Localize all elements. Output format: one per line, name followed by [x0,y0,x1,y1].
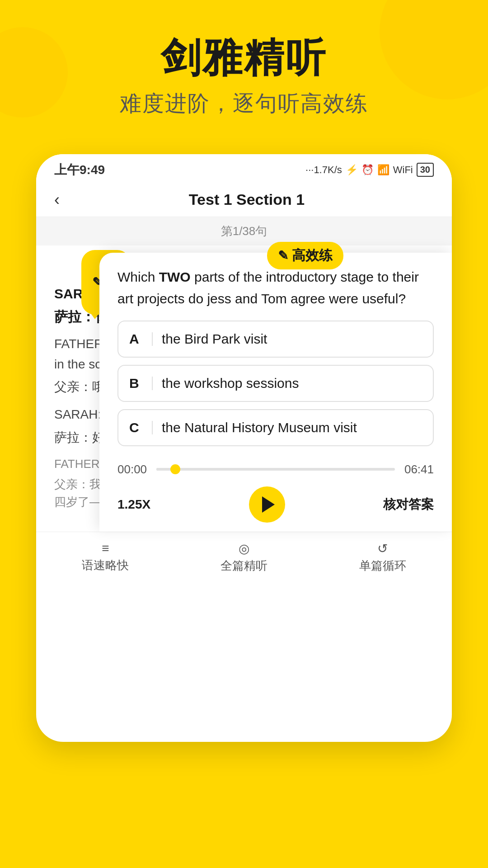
tag-gaoxiaolian: 高效练 [267,242,343,269]
time-start: 00:00 [117,462,149,476]
play-icon [262,496,275,513]
option-a-letter: A [129,331,143,347]
phone-mockup: 上午9:49 ···1.7K/s ⚡ ⏰ 📶 WiFi 30 ‹ Test 1 … [36,154,452,742]
speed-nav-label: 语速略快 [82,557,129,573]
option-a-divider [152,332,153,346]
bottom-nav-speed[interactable]: ≡ 语速略快 [82,541,129,574]
loop-nav-label: 单篇循环 [359,558,406,574]
quiz-overlay: 高效练 Which TWO parts of the introductory … [99,253,452,532]
option-b-letter: B [129,376,143,391]
option-c-text: the Natural History Museum visit [162,420,357,435]
answer-option-a[interactable]: A the Bird Park visit [117,321,434,358]
sentence-counter: 第1/38句 [36,217,452,245]
status-bar: 上午9:49 ···1.7K/s ⚡ ⏰ 📶 WiFi 30 [36,154,452,183]
time-end: 06:41 [402,462,434,476]
nav-title: Test 1 Section 1 [60,191,434,208]
full-nav-icon: ◎ [239,541,249,556]
full-nav-label: 全篇精听 [221,558,267,574]
wifi-icon: WiFi [393,164,413,176]
bottom-nav-full[interactable]: ◎ 全篇精听 [221,541,267,574]
bluetooth-icon: ⚡ [346,164,358,176]
speed-label[interactable]: 1.25X [117,497,150,512]
bottom-nav-loop[interactable]: ↺ 单篇循环 [359,541,406,574]
status-icons: ···1.7K/s ⚡ ⏰ 📶 WiFi 30 [305,163,434,177]
progress-dot [170,464,180,474]
signal-icon: 📶 [377,164,389,176]
option-b-text: the workshop sessions [162,376,299,391]
controls-row: 1.25X 核对答案 [117,482,434,532]
loop-nav-icon: ↺ [377,541,388,556]
quiz-question: Which TWO parts of the introductory stag… [117,266,434,310]
bottom-nav: ≡ 语速略快 ◎ 全篇精听 ↺ 单篇循环 [36,532,452,587]
progress-bar-track[interactable] [156,468,395,471]
option-c-divider [152,421,153,434]
answer-option-c[interactable]: C the Natural History Museum visit [117,409,434,446]
speed-nav-icon: ≡ [102,541,109,556]
option-c-letter: C [129,420,143,435]
nav-bar: ‹ Test 1 Section 1 [36,183,452,217]
play-button[interactable] [249,486,285,523]
status-time: 上午9:49 [54,161,105,179]
answer-option-b[interactable]: B the workshop sessions [117,365,434,402]
network-speed: ···1.7K/s [305,164,342,176]
progress-area: 00:00 06:41 [117,453,434,482]
main-content: 逐句听 SARAH：Hello.Children's Engineering W… [36,245,452,532]
back-button[interactable]: ‹ [54,190,60,209]
alarm-icon: ⏰ [361,164,374,176]
option-a-text: the Bird Park visit [162,331,267,347]
app-subtitle: 难度进阶，逐句听高效练 [18,89,470,118]
check-answer-button[interactable]: 核对答案 [383,496,434,513]
battery-badge: 30 [417,163,434,177]
option-b-divider [152,377,153,390]
